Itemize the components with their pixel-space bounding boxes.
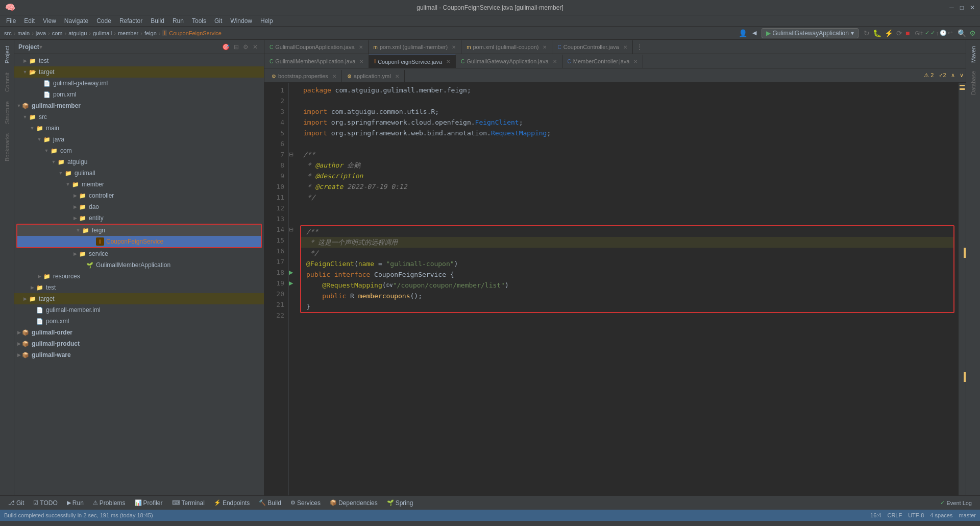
search-btn[interactable]: 🔍 [958,29,966,37]
breadcrumb-java[interactable]: java [36,30,46,36]
close-button[interactable]: ✕ [970,4,975,11]
bookmarks-icon[interactable]: Bookmarks [2,129,12,165]
breadcrumb-atguigu[interactable]: atguigu [68,30,87,36]
tab-close[interactable]: ✕ [395,74,399,79]
panel-hide[interactable]: ✕ [253,43,258,51]
menu-window[interactable]: Window [226,16,256,26]
navigate-back[interactable]: ◀ [752,30,756,36]
tab-pom-member[interactable]: m pom.xml (gulimall-member) ✕ [369,40,462,54]
tab-member-controller[interactable]: C MemberController.java ✕ [562,55,644,68]
window-controls[interactable]: ─ □ ✕ [873,4,975,11]
tab-close[interactable]: ✕ [553,59,557,64]
refresh-btn[interactable]: ↻ [864,29,870,37]
panel-dropdown[interactable]: ▾ [39,43,42,51]
bottom-problems[interactable]: ⚠ Problems [89,498,130,508]
panel-locate[interactable]: 🎯 [222,43,230,51]
tab-gulimall-coupon-app[interactable]: C GulimallCouponApplication.java ✕ [264,40,369,54]
tree-item-java[interactable]: ▼ 📁 java [14,134,264,145]
bottom-build[interactable]: 🔨 Build [255,498,285,508]
breadcrumb-src[interactable]: src [4,30,12,36]
tab-member-app[interactable]: C GulimallMemberApplication.java ✕ [264,55,369,68]
tree-item-com[interactable]: ▼ 📁 com [14,145,264,156]
maximize-button[interactable]: □ [960,4,964,11]
tab-close[interactable]: ✕ [633,59,638,64]
tree-item-target2[interactable]: ▶ 📁 target [14,293,264,304]
settings-btn[interactable]: ⚙ [969,29,976,37]
bottom-profiler[interactable]: 📊 Profiler [131,498,167,508]
git-check1[interactable]: ✓ [925,30,929,36]
bottom-todo[interactable]: ☑ TODO [29,498,61,508]
git-revert[interactable]: ↩ [948,30,952,36]
breadcrumb-com[interactable]: com [52,30,63,36]
tree-item-gw-iml[interactable]: 📄 gulimall-gateway.iml [14,78,264,89]
breadcrumb-member[interactable]: member [118,30,138,36]
tree-item-gulimall-member-app[interactable]: 🌱 GulimallMemberApplication [14,259,264,271]
maven-icon[interactable]: Maven [968,42,978,67]
tab-close[interactable]: ✕ [359,44,363,50]
tab-coupon-controller[interactable]: C CouponController.java ✕ [552,40,632,54]
tab-close[interactable]: ✕ [452,44,456,50]
tree-item-test2[interactable]: ▶ 📁 test [14,282,264,293]
vcs-icon[interactable]: 👤 [739,29,747,37]
tree-item-gulimall[interactable]: ▼ 📁 gulimall [14,168,264,179]
tabs-more[interactable]: ⋮ [633,43,646,51]
menu-view[interactable]: View [39,16,60,26]
tree-item-gulimall-product[interactable]: ▶ 📦 gulimall-product [14,338,264,349]
breadcrumb-feign[interactable]: feign [144,30,157,36]
menu-navigate[interactable]: Navigate [60,16,92,26]
tree-item-member-iml[interactable]: 📄 gulimall-member.iml [14,304,264,316]
menu-git[interactable]: Git [210,16,226,26]
menu-build[interactable]: Build [146,16,168,26]
menu-edit[interactable]: Edit [20,16,39,26]
commit-icon[interactable]: Commit [2,68,12,96]
tree-item-target1[interactable]: ▼ 📂 target [14,66,264,78]
tree-item-test1[interactable]: ▶ 📁 test [14,55,264,66]
git-check2[interactable]: ✓ [930,30,935,36]
tree-item-pom2[interactable]: 📄 pom.xml [14,316,264,327]
run-config-dropdown[interactable]: ▶ GulimallGatewayApplication ▾ [762,28,859,38]
bottom-terminal[interactable]: ⌨ Terminal [168,498,209,508]
menu-run[interactable]: Run [168,16,188,26]
tree-item-atguigu[interactable]: ▼ 📁 atguigu [14,156,264,168]
code-editor[interactable]: 1 2 3 4 5 6 7 8 9 10 11 12 13 14 15 16 1… [264,83,966,495]
breadcrumb-current[interactable]: CouponFeignService [169,30,222,36]
menu-tools[interactable]: Tools [188,16,210,26]
tree-item-member[interactable]: ▼ 📁 member [14,179,264,190]
run-btn[interactable]: ⚡ [885,29,893,37]
menu-help[interactable]: Help [256,16,277,26]
bottom-dependencies[interactable]: 📦 Dependencies [326,498,382,508]
minimize-button[interactable]: ─ [949,4,954,11]
tree-item-coupon-feign-service[interactable]: I CouponFeignService [17,236,261,247]
status-position[interactable]: 16:4 [870,512,881,518]
bottom-spring[interactable]: 🌱 Spring [383,498,418,508]
tab-close[interactable]: ✕ [446,59,450,64]
status-line-ending[interactable]: CRLF [887,512,902,518]
panel-collapse[interactable]: ⊟ [234,43,239,51]
menu-file[interactable]: File [2,16,20,26]
sync-btn[interactable]: ⟳ [896,29,902,37]
bottom-run[interactable]: ▶ Run [63,498,88,508]
status-encoding[interactable]: UTF-8 [908,512,924,518]
tab-bootstrap[interactable]: ⚙ bootstrap.properties ✕ [266,70,342,82]
tree-item-controller[interactable]: ▶ 📁 controller [14,190,264,201]
tab-gateway-app[interactable]: C GulimallGatewayApplication.java ✕ [456,55,562,68]
tab-close[interactable]: ✕ [359,59,363,64]
tree-item-src[interactable]: ▼ 📁 src [14,111,264,123]
tree-item-pom1[interactable]: 📄 pom.xml [14,89,264,100]
tab-close[interactable]: ✕ [332,74,336,79]
status-indent[interactable]: 4 spaces [930,512,952,518]
tab-coupon-feign-service[interactable]: I CouponFeignService.java ✕ [369,55,456,68]
tree-item-service[interactable]: ▶ 📁 service [14,248,264,259]
project-icon[interactable]: Project [2,42,12,67]
tree-item-gulimall-order[interactable]: ▶ 📦 gulimall-order [14,327,264,338]
git-history[interactable]: 🕐 [940,30,947,36]
tree-item-dao[interactable]: ▶ 📁 dao [14,201,264,212]
stop-btn[interactable]: ■ [905,29,910,37]
tab-close[interactable]: ✕ [543,44,547,50]
debug-btn[interactable]: 🐛 [873,29,881,37]
tree-item-feign[interactable]: ▼ 📁 feign [17,225,261,236]
panel-settings[interactable]: ⚙ [243,43,249,51]
tab-application-yml[interactable]: ⚙ application.yml ✕ [342,70,405,82]
bottom-git[interactable]: ⎇ Git [4,498,28,508]
code-content-area[interactable]: package com.atguigu.gulimall.member.feig… [298,83,959,495]
